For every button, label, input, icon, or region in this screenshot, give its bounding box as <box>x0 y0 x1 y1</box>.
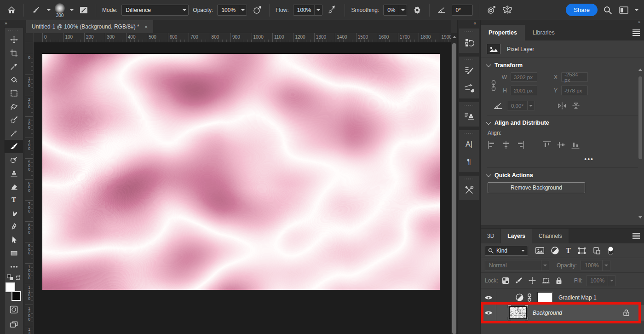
tab-properties[interactable]: Properties <box>481 25 525 40</box>
quick-mask-icon[interactable] <box>5 303 23 316</box>
canvas-pasteboard[interactable] <box>34 42 451 334</box>
remove-background-button[interactable]: Remove Background <box>488 182 585 193</box>
layer-row-background[interactable]: Background <box>481 305 644 321</box>
lock-pixels-icon[interactable] <box>515 277 523 284</box>
airbrush-icon[interactable] <box>327 4 339 16</box>
align-bottom-icon[interactable] <box>571 141 580 149</box>
brushes-panel-icon[interactable] <box>459 80 479 97</box>
eyedropper-tool[interactable] <box>5 60 23 73</box>
align-left-icon[interactable] <box>488 141 496 149</box>
filter-shape-layers-icon[interactable] <box>578 247 586 254</box>
brush-tool-preset-icon[interactable] <box>30 4 42 16</box>
quick-actions-header[interactable]: Quick Actions <box>487 172 638 179</box>
type-tool[interactable]: T <box>5 193 23 207</box>
link-dimensions-icon[interactable] <box>487 72 500 99</box>
visibility-eye-icon[interactable] <box>481 291 496 304</box>
shape-tool[interactable] <box>5 247 23 260</box>
rotation-field[interactable]: 0,00° <box>507 101 535 110</box>
filter-type-layers-icon[interactable]: T <box>566 247 571 255</box>
align-more-icon[interactable]: ••• <box>487 155 594 163</box>
healing-brush-tool[interactable] <box>5 127 23 140</box>
toolbar-grip[interactable] <box>8 29 19 33</box>
brush-settings-panel-icon[interactable] <box>459 62 479 80</box>
canvas-vertical-scrollbar[interactable] <box>451 33 457 334</box>
visibility-eye-icon[interactable] <box>481 305 496 321</box>
height-field[interactable]: 2001 px <box>511 86 537 95</box>
filter-kind-select[interactable]: Kind <box>485 246 528 256</box>
lock-position-icon[interactable] <box>529 277 536 284</box>
tab-channels[interactable]: Channels <box>532 229 569 243</box>
screen-mode-icon[interactable] <box>5 318 23 331</box>
history-panel-icon[interactable] <box>459 34 479 52</box>
paint-bucket-tool[interactable] <box>5 73 23 86</box>
layer-name[interactable]: Gradient Map 1 <box>558 294 597 301</box>
paragraph-panel-icon[interactable]: ¶ <box>459 153 479 171</box>
move-tool[interactable] <box>5 33 23 46</box>
close-icon[interactable]: × <box>144 23 148 30</box>
clone-source-panel-icon[interactable] <box>459 108 479 125</box>
lock-artboard-icon[interactable] <box>542 277 550 284</box>
fill-select[interactable]: 100% <box>586 275 616 286</box>
layer-name[interactable]: Background <box>533 310 562 316</box>
layer-row-gradient-map[interactable]: Gradient Map 1 <box>481 291 644 305</box>
clone-stamp-tool[interactable] <box>5 167 23 180</box>
document-tab[interactable]: Untitled-1 @ 100% (Background, RGB/8#) *… <box>26 20 153 33</box>
filter-toggle-icon[interactable] <box>607 246 614 256</box>
align-center-vertical-icon[interactable] <box>557 141 565 149</box>
lasso-tool[interactable] <box>5 100 23 113</box>
search-icon[interactable] <box>602 4 614 16</box>
layer-thumbnail[interactable] <box>509 306 527 319</box>
smudge-tool[interactable] <box>5 207 23 220</box>
panel-menu-icon[interactable] <box>632 233 640 239</box>
width-field[interactable]: 3202 px <box>511 72 537 82</box>
dock-grip[interactable] <box>463 131 475 135</box>
toolbar-collapse-icon[interactable]: » <box>0 20 25 27</box>
layer-opacity-select[interactable]: 100% <box>581 260 610 271</box>
dock-grip[interactable] <box>463 58 475 62</box>
crop-tool[interactable] <box>5 46 23 60</box>
mask-link-icon[interactable] <box>527 293 532 302</box>
canvas-image[interactable] <box>42 54 440 290</box>
chevron-down-icon[interactable] <box>47 9 51 11</box>
toggle-brush-settings-icon[interactable] <box>78 4 90 16</box>
properties-scrollbar[interactable] <box>638 68 643 206</box>
layer-mask-thumbnail[interactable] <box>537 292 552 303</box>
tool-presets-panel-icon[interactable] <box>459 181 479 199</box>
opacity-select[interactable]: 100% <box>217 5 247 16</box>
workspace-switcher-icon[interactable] <box>618 4 630 16</box>
dock-collapse-icon[interactable]: « <box>458 20 480 27</box>
eraser-tool[interactable] <box>5 180 23 193</box>
filter-pixel-layers-icon[interactable] <box>535 247 544 254</box>
lock-all-icon[interactable] <box>556 277 562 284</box>
align-center-horizontal-icon[interactable] <box>502 141 510 149</box>
panels-collapse-icon[interactable]: » <box>481 20 644 25</box>
share-button[interactable]: Share <box>566 4 598 16</box>
align-header[interactable]: Align and Distribute <box>487 120 638 126</box>
symmetry-butterfly-icon[interactable] <box>501 4 513 16</box>
flip-horizontal-icon[interactable] <box>557 102 567 109</box>
tab-libraries[interactable]: Libraries <box>525 25 563 40</box>
tab-3d[interactable]: 3D <box>481 229 500 243</box>
ruler-vertical[interactable]: 01 0 02 0 03 0 04 0 05 0 06 0 07 0 08 0 … <box>25 42 34 334</box>
edit-toolbar-icon[interactable] <box>5 260 23 273</box>
filter-smart-objects-icon[interactable] <box>593 247 600 254</box>
scrollbar-thumb[interactable] <box>452 43 456 334</box>
scrollbar-thumb[interactable] <box>638 76 642 159</box>
home-icon[interactable] <box>6 4 17 16</box>
dock-grip[interactable] <box>463 103 475 107</box>
layer-lock-icon[interactable] <box>623 309 629 316</box>
smoothing-options-gear-icon[interactable] <box>411 4 423 16</box>
swap-colors-icon[interactable] <box>5 273 23 282</box>
dock-grip[interactable] <box>463 29 475 34</box>
chevron-down-icon[interactable] <box>635 9 638 11</box>
marquee-tool[interactable] <box>5 86 23 100</box>
filter-adjustment-layers-icon[interactable] <box>551 247 559 254</box>
foreground-color-swatch[interactable] <box>6 282 15 292</box>
brush-angle-field[interactable]: 0° <box>452 5 473 16</box>
path-selection-tool[interactable] <box>5 233 23 247</box>
dock-grip[interactable] <box>463 177 475 181</box>
scroll-down-icon[interactable] <box>638 216 642 219</box>
background-color-swatch[interactable] <box>12 291 21 301</box>
mode-select[interactable]: Difference <box>121 5 189 16</box>
y-field[interactable]: -978 px <box>561 86 588 95</box>
